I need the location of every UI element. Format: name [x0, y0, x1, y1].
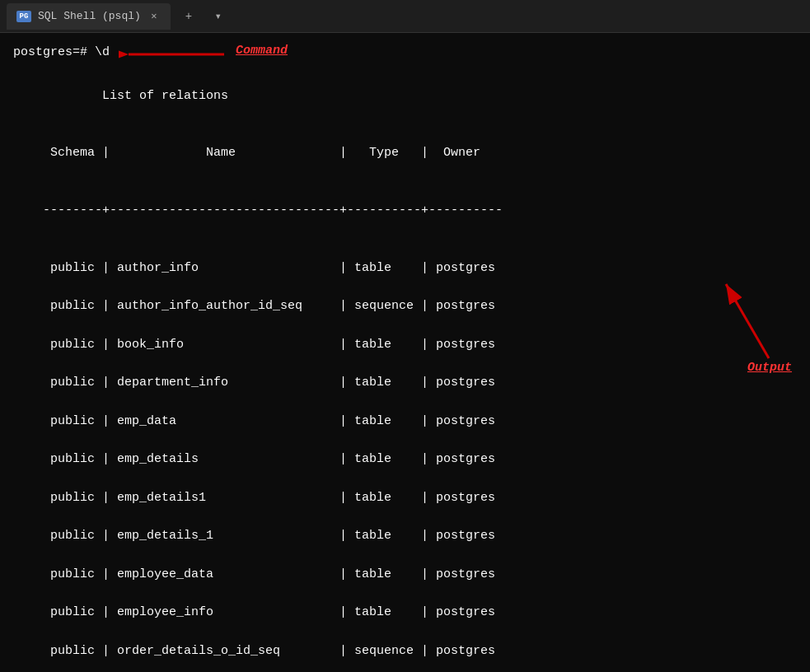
table-row: public | emp_details_1 | table | postgre…	[43, 529, 503, 543]
table-row: public | book_info | table | postgres	[43, 338, 503, 352]
table-header: Schema | Name | Type | Owner	[43, 146, 503, 160]
table-output: List of relations Schema | Name | Type |…	[13, 67, 797, 672]
svg-line-3	[726, 284, 769, 358]
command-annotation-label: Command	[236, 41, 288, 60]
table-title: List of relations	[43, 89, 228, 103]
tab-icon: PG	[16, 11, 31, 22]
tab-label: SQL Shell (psql)	[38, 10, 141, 22]
terminal-window[interactable]: postgres=# \d Command List of relations …	[0, 33, 810, 672]
output-annotation-container: Output	[747, 358, 792, 377]
table-row: public | author_info_author_id_seq | seq…	[43, 299, 503, 313]
titlebar: PG SQL Shell (psql) ✕ + ▾	[0, 0, 810, 33]
table-row: public | emp_details | table | postgres	[43, 452, 503, 466]
table-separator: --------+-------------------------------…	[43, 203, 503, 217]
tab-close-button[interactable]: ✕	[147, 10, 161, 23]
command-line: postgres=# \d Command	[13, 43, 797, 62]
table-row: public | order_details_o_id_seq | sequen…	[43, 644, 503, 658]
prompt-text: postgres=# \d	[13, 43, 110, 62]
terminal-tab[interactable]: PG SQL Shell (psql) ✕	[7, 3, 171, 30]
table-row: public | emp_details1 | table | postgres	[43, 491, 503, 505]
new-tab-button[interactable]: +	[177, 5, 200, 28]
table-row: public | emp_data | table | postgres	[43, 414, 503, 428]
table-row: public | author_info | table | postgres	[43, 261, 503, 275]
tab-dropdown-button[interactable]: ▾	[207, 5, 230, 28]
table-row: public | employee_info | table | postgre…	[43, 605, 503, 619]
command-arrow	[119, 44, 226, 64]
table-row: public | department_info | table | postg…	[43, 376, 503, 390]
table-row: public | employee_data | table | postgre…	[43, 567, 503, 581]
output-annotation-label: Output	[747, 361, 792, 375]
